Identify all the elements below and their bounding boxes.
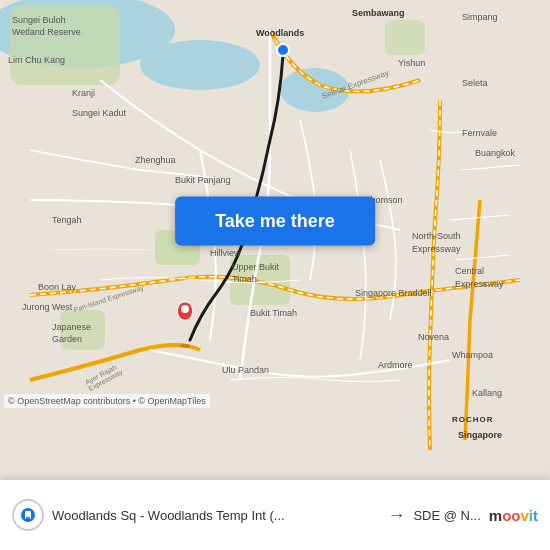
- origin-icon: [12, 499, 44, 531]
- map-attribution: © OpenStreetMap contributors • © OpenMap…: [4, 394, 210, 408]
- origin-section: Woodlands Sq - Woodlands Temp Int (...: [12, 499, 379, 531]
- take-me-there-button[interactable]: Take me there: [175, 196, 375, 245]
- map-container: Sembawang Simpang Woodlands Yishun Sunge…: [0, 0, 550, 480]
- logo-o: o: [502, 507, 511, 524]
- direction-arrow: →: [379, 505, 413, 526]
- logo-m: m: [489, 507, 502, 524]
- svg-rect-8: [385, 20, 425, 55]
- origin-text: Woodlands Sq - Woodlands Temp Int (...: [52, 508, 285, 523]
- destination-text: SDE @ N...: [413, 508, 480, 523]
- destination-section: SDE @ N... moovit: [413, 507, 538, 524]
- transit-icon: [19, 506, 37, 524]
- svg-rect-14: [26, 517, 28, 519]
- svg-rect-7: [60, 310, 105, 350]
- bottom-bar: Woodlands Sq - Woodlands Temp Int (... →…: [0, 480, 550, 550]
- moovit-logo: moovit: [489, 507, 538, 524]
- svg-point-2: [140, 40, 260, 90]
- svg-rect-15: [28, 517, 30, 519]
- svg-rect-4: [10, 5, 120, 85]
